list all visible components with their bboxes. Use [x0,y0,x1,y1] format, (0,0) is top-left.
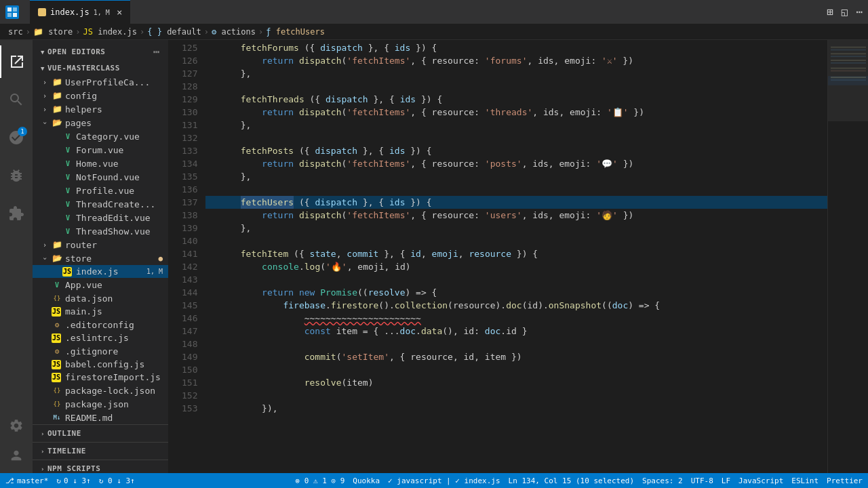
tree-label: .gitignore [65,346,163,357]
breadcrumb-store[interactable]: 📁 store [33,27,73,37]
status-eslint[interactable]: ESLint [791,476,818,485]
vue-icon: V [62,212,73,223]
breadcrumb-indexjs[interactable]: JS index.js [83,27,137,37]
activity-item-explorer[interactable] [0,45,33,78]
tree-label: ThreadEdit.vue [76,213,163,223]
vue-icon: V [62,226,73,237]
activity-item-extensions[interactable] [0,197,33,230]
tree-item-forum[interactable]: V Forum.vue [33,143,168,157]
status-prettier[interactable]: Prettier [827,476,863,485]
code-line-150 [205,363,827,376]
eslint-label: ESLint [791,476,818,485]
outline-arrow: › [41,430,45,437]
tree-item-indexjs[interactable]: JS index.js 1, M [33,265,168,278]
tree-label: config [65,91,163,101]
code-editor[interactable]: fetchForums ({ dispatch }, { ids }) { re… [205,40,827,473]
code-line-125: fetchForums ({ dispatch }, { ids }) { [205,41,827,54]
cursor-position: Ln 134, Col 15 (10 selected) [509,476,634,485]
explorer-section[interactable]: ▼ VUE-MASTERCLASS [33,61,168,75]
svg-rect-14 [831,79,866,81]
activity-item-search[interactable] [0,83,33,116]
tree-item-userprofile[interactable]: › 📁 UserProfileCa... [33,75,168,89]
status-file-checks[interactable]: ✓ javascript | ✓ index.js [388,476,500,485]
tree-item-threadedit[interactable]: V ThreadEdit.vue [33,211,168,224]
activity-item-git[interactable]: 1 [0,121,33,154]
tree-item-config[interactable]: › 📁 config [33,89,168,102]
tree-label: NotFound.vue [76,172,163,182]
more-icon[interactable]: ⋯ [856,5,863,18]
tree-item-packagelock[interactable]: {} package-lock.json [33,384,168,397]
tree-item-eslintrc[interactable]: JS .eslintrc.js [33,331,168,344]
errors-label: ⊗ 0 ⚠ 1 ⊙ 9 [295,476,344,485]
tree-item-threadcreate[interactable]: V ThreadCreate... [33,197,168,211]
activity-item-debug[interactable] [0,159,33,192]
activity-item-remote[interactable] [0,413,33,438]
status-errors[interactable]: ⊗ 0 ⚠ 1 ⊙ 9 [295,476,344,485]
tree-label: firestoreImport.js [65,372,163,382]
timeline-section[interactable]: › TIMELINE [33,442,168,460]
tree-label: ThreadCreate... [76,199,163,209]
vue-icon: V [52,279,62,290]
tree-item-gitignore[interactable]: ⚙ .gitignore [33,344,168,358]
open-editors-title: OPEN EDITORS [47,47,105,56]
tree-item-pages[interactable]: › 📂 pages [33,116,168,129]
folder-icon-open: 📂 [52,117,62,128]
code-line-140 [205,235,827,247]
npm-scripts-section[interactable]: › NPM SCRIPTS [33,460,168,473]
tree-item-datajson[interactable]: {} data.json [33,291,168,305]
status-encoding[interactable]: UTF-8 [691,476,713,485]
tree-item-package[interactable]: {} package.json [33,397,168,411]
minimap [827,40,868,473]
breadcrumb-default[interactable]: { } default [147,27,201,37]
breadcrumb-src[interactable]: src [8,27,23,37]
tree-item-mainjs[interactable]: JS main.js [33,305,168,318]
split-icon[interactable]: ◱ [842,5,848,18]
tree-item-readme[interactable]: M↓ README.md [33,411,168,424]
tree-item-notfound[interactable]: V NotFound.vue [33,170,168,184]
json-icon: {} [52,399,62,409]
tree-item-category[interactable]: V Category.vue [33,129,168,143]
tree-item-firestoreimport[interactable]: JS firestoreImport.js [33,371,168,384]
tab-close-button[interactable]: × [117,7,122,18]
svg-rect-3 [13,13,17,17]
open-editors-section[interactable]: ▼ OPEN EDITORS ⋯ [33,40,168,61]
breadcrumb-fetchusers[interactable]: ƒ fetchUsers [266,27,325,37]
branch-icon: ⎇ [5,476,14,485]
signin-label: ↻ 0 ↓ 3↑ [99,476,135,485]
json-icon: {} [52,293,62,304]
status-signin[interactable]: ↻ 0 ↓ 3↑ [99,476,135,485]
layout-icon[interactable]: ⊞ [827,5,833,18]
tree-item-appvue[interactable]: V App.vue [33,278,168,291]
open-editors-more[interactable]: ⋯ [153,45,160,58]
tree-item-babelconfig[interactable]: JS babel.config.js [33,358,168,371]
status-branch[interactable]: ⎇ master* [5,476,48,485]
tree-item-router[interactable]: › 📁 router [33,238,168,251]
code-line-128 [205,80,827,93]
git-badge: 1 [18,127,27,136]
status-sync[interactable]: ↻ 0 ↓ 3↑ [56,476,90,485]
outline-title: OUTLINE [47,429,81,438]
breadcrumb-actions[interactable]: ⚙ actions [212,27,256,37]
tree-item-threadshow[interactable]: V ThreadShow.vue [33,224,168,238]
tree-item-helpers[interactable]: › 📁 helpers [33,102,168,116]
status-spaces[interactable]: Spaces: 2 [642,476,683,485]
status-quokka[interactable]: Quokka [353,476,380,485]
tree-item-editorconfig[interactable]: ⚙ .editorconfig [33,318,168,331]
tab-badge: 1, M [94,9,110,16]
code-line-148 [205,338,827,350]
tab-index-js[interactable]: index.js 1, M × [30,0,130,24]
outline-section[interactable]: › OUTLINE [33,424,168,442]
tree-item-home[interactable]: V Home.vue [33,157,168,170]
activity-item-account[interactable] [0,443,33,468]
tree-item-profile[interactable]: V Profile.vue [33,184,168,197]
tab-bar: index.js 1, M × [30,0,130,24]
breadcrumb: src › 📁 store › JS index.js › { } defaul… [0,24,868,40]
tree-item-store[interactable]: › 📂 store ● [33,251,168,265]
editor-area: 125 126 127 128 129 130 131 132 133 134 … [168,40,868,473]
app-icon [5,5,19,19]
status-language[interactable]: JavaScript [738,476,783,485]
tree-label: .editorconfig [65,320,163,330]
status-cursor[interactable]: Ln 134, Col 15 (10 selected) [509,476,634,485]
status-lineend[interactable]: LF [722,476,730,485]
tab-file-icon [38,8,46,16]
